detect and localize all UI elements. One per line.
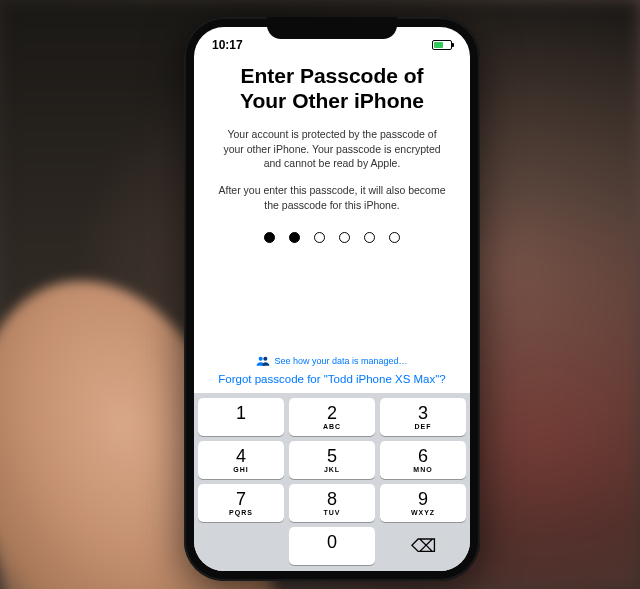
key-digit: 1 — [236, 404, 246, 422]
status-right — [432, 40, 452, 50]
passcode-dot — [314, 232, 325, 243]
key-4[interactable]: 4 GHI — [198, 441, 284, 479]
spacer — [214, 259, 450, 354]
key-3[interactable]: 3 DEF — [380, 398, 466, 436]
passcode-dots — [214, 232, 450, 243]
passcode-dot — [264, 232, 275, 243]
key-letters: MNO — [413, 466, 432, 473]
data-managed-link[interactable]: See how your data is managed… — [214, 355, 450, 367]
key-letters: PQRS — [229, 509, 253, 516]
status-time: 10:17 — [212, 38, 243, 52]
key-digit: 4 — [236, 447, 246, 465]
key-6[interactable]: 6 MNO — [380, 441, 466, 479]
key-0[interactable]: 0 — [289, 527, 375, 565]
key-digit: 3 — [418, 404, 428, 422]
key-9[interactable]: 9 WXYZ — [380, 484, 466, 522]
key-letters: WXYZ — [411, 509, 435, 516]
key-1[interactable]: 1 — [198, 398, 284, 436]
passcode-dot — [339, 232, 350, 243]
key-7[interactable]: 7 PQRS — [198, 484, 284, 522]
battery-fill — [434, 42, 443, 48]
iphone-frame: 10:17 Enter Passcode of Your Other iPhon… — [184, 17, 480, 581]
notch — [267, 17, 397, 39]
key-2[interactable]: 2 ABC — [289, 398, 375, 436]
key-letters: ABC — [323, 423, 341, 430]
screen: 10:17 Enter Passcode of Your Other iPhon… — [194, 27, 470, 571]
data-managed-label: See how your data is managed… — [274, 356, 407, 366]
key-backspace[interactable]: ⌫ — [380, 527, 466, 565]
key-5[interactable]: 5 JKL — [289, 441, 375, 479]
key-digit: 0 — [327, 533, 337, 551]
numeric-keypad: 1 2 ABC 3 DEF 4 GHI 5 JKL 6 MNO — [194, 393, 470, 571]
key-letters: TUV — [324, 509, 341, 516]
key-digit: 7 — [236, 490, 246, 508]
people-icon — [256, 355, 270, 367]
key-8[interactable]: 8 TUV — [289, 484, 375, 522]
key-digit: 5 — [327, 447, 337, 465]
key-letters: JKL — [324, 466, 340, 473]
key-digit: 6 — [418, 447, 428, 465]
description-2: After you enter this passcode, it will a… — [214, 183, 450, 212]
key-digit: 8 — [327, 490, 337, 508]
battery-icon — [432, 40, 452, 50]
key-digit: 2 — [327, 404, 337, 422]
key-letters: GHI — [233, 466, 248, 473]
svg-point-1 — [264, 356, 268, 360]
forgot-passcode-link[interactable]: Forgot passcode for "Todd iPhone XS Max"… — [214, 373, 450, 385]
backspace-icon: ⌫ — [411, 535, 436, 557]
key-letters: DEF — [415, 423, 432, 430]
passcode-dot — [389, 232, 400, 243]
key-digit: 9 — [418, 490, 428, 508]
page-title: Enter Passcode of Your Other iPhone — [214, 63, 450, 113]
key-blank — [198, 527, 284, 565]
content-area: Enter Passcode of Your Other iPhone Your… — [194, 57, 470, 393]
passcode-dot — [364, 232, 375, 243]
passcode-dot — [289, 232, 300, 243]
description-1: Your account is protected by the passcod… — [214, 127, 450, 171]
svg-point-0 — [259, 356, 263, 360]
